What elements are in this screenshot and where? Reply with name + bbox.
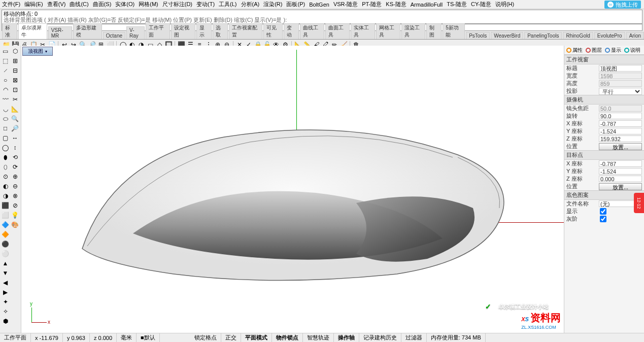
tool-icon[interactable]: □ <box>1 124 10 132</box>
tool-icon[interactable]: ⬢ <box>1 317 10 325</box>
tool-icon[interactable]: 📐 <box>11 105 19 113</box>
toolbar-tab[interactable]: PsTools <box>466 32 490 39</box>
panel-tab[interactable]: 属性 <box>566 47 583 54</box>
toolbar-tab[interactable]: 卓尔谟犀牛 <box>18 23 47 39</box>
tool-icon[interactable]: ⬛ <box>1 201 10 210</box>
toolbar-tab[interactable]: Octane <box>103 32 125 39</box>
tool-icon[interactable]: ↕ <box>11 143 19 152</box>
tool-icon[interactable]: ▢ <box>1 133 10 142</box>
status-toggle[interactable]: 记录建构历史 <box>359 333 401 342</box>
tool-icon[interactable]: 🔎 <box>11 124 19 132</box>
status-layer[interactable]: ■默认 <box>137 333 160 342</box>
viewport-title[interactable]: 顶视图 <box>22 47 53 56</box>
tool-icon[interactable]: ✂ <box>11 95 19 104</box>
tool-icon[interactable]: ▼ <box>1 268 10 277</box>
cam-x-value[interactable]: -0.787 <box>599 120 642 127</box>
tool-icon[interactable]: ⊕ <box>11 172 19 181</box>
tool-icon[interactable]: ✦ <box>1 297 10 306</box>
tool-icon[interactable]: ⊞ <box>11 56 19 65</box>
tool-icon[interactable]: ⊙ <box>1 172 10 181</box>
menu-item[interactable]: 分析(A) <box>241 1 260 8</box>
bg-show-checkbox[interactable] <box>600 208 606 215</box>
cam-y-value[interactable]: -1.524 <box>599 128 642 134</box>
cam-rot-value[interactable]: 90.0 <box>599 113 642 119</box>
toolbar-tab[interactable]: 工作视窗配置 <box>229 23 262 39</box>
toolbar-tab[interactable]: VSR-MR <box>48 26 72 39</box>
status-toggle[interactable]: 锁定格点 <box>190 333 221 342</box>
menu-item[interactable]: PT-随意 <box>362 1 382 8</box>
tool-icon[interactable]: ⬮ <box>1 153 10 161</box>
menu-item[interactable]: 编辑(E) <box>24 1 43 8</box>
toolbar-tab[interactable]: PanelingTools <box>524 32 562 39</box>
promo-tag[interactable]: 12·12 <box>634 193 644 213</box>
toolbar-tab[interactable]: 网格工具 <box>376 23 400 39</box>
toolbar-tab[interactable]: 设定视图 <box>171 23 195 39</box>
toolbar-tab[interactable]: RhinoGold <box>563 32 593 39</box>
menu-item[interactable]: CY-随意 <box>471 1 491 8</box>
toolbar-tab[interactable]: 可见性 <box>263 23 283 39</box>
tool-icon[interactable]: ⚪ <box>1 249 10 258</box>
tool-icon[interactable]: ◐ <box>1 182 10 190</box>
menu-item[interactable]: 变动(T) <box>196 1 215 8</box>
cam-z-value[interactable]: 159.932 <box>599 135 642 142</box>
tool-icon[interactable]: 💡 <box>11 211 19 219</box>
vp-title-value[interactable]: 顶视图 <box>599 65 642 72</box>
tgt-y-value[interactable]: -1.524 <box>599 168 642 175</box>
tgt-z-value[interactable]: 0.000 <box>599 176 642 182</box>
tool-icon[interactable]: ↔ <box>11 133 19 142</box>
menu-item[interactable]: 文件(F) <box>2 1 20 8</box>
tool-icon[interactable]: ◯ <box>1 143 10 152</box>
menu-item[interactable]: 说明(H) <box>495 1 514 8</box>
tool-icon[interactable]: ◠ <box>1 85 10 94</box>
toolbar-tab[interactable]: 曲面工具 <box>325 23 350 39</box>
menu-item[interactable]: ArmadilloFull <box>411 2 443 8</box>
toolbar-tab[interactable]: 工作平面 <box>146 23 170 39</box>
tool-icon[interactable]: ⊗ <box>11 191 19 200</box>
menu-item[interactable]: BoltGen <box>309 2 329 8</box>
tool-icon[interactable]: ◡ <box>1 105 10 113</box>
tool-icon[interactable]: ⚫ <box>1 240 10 248</box>
tool-icon[interactable]: 〰 <box>1 95 10 104</box>
menu-item[interactable]: 查看(V) <box>47 1 66 8</box>
tool-icon[interactable]: 🔍 <box>11 114 19 123</box>
tool-icon[interactable]: ⬜ <box>1 211 10 219</box>
menu-item[interactable]: 尺寸标注(D) <box>162 1 192 8</box>
status-toggle[interactable]: 正交 <box>221 333 241 342</box>
status-toggle[interactable]: 过滤器 <box>401 333 427 342</box>
tool-icon[interactable]: ✧ <box>1 307 10 316</box>
tool-icon[interactable]: ▭ <box>1 47 10 55</box>
tool-icon[interactable]: ⊠ <box>11 76 19 84</box>
menu-item[interactable]: 曲面(S) <box>93 1 112 8</box>
menu-item[interactable]: 渲染(R) <box>263 1 282 8</box>
menu-item[interactable]: 工具(L) <box>219 1 236 8</box>
tool-icon[interactable]: ◀ <box>1 278 10 287</box>
menu-item[interactable]: 曲线(C) <box>70 1 88 8</box>
toolbar-tab[interactable]: WeaverBird <box>491 32 523 39</box>
status-toggle[interactable]: 平面模式 <box>241 333 272 342</box>
status-toggle[interactable]: 操作轴 <box>334 333 359 342</box>
toolbar-tab[interactable]: 5新功能 <box>443 23 465 39</box>
viewport[interactable]: 顶视图 y x ✓ 卓尔谟工业设计小站 XS 资料网 <box>21 46 564 333</box>
toolbar-tab[interactable]: V-Ray <box>126 26 145 39</box>
tool-icon[interactable]: ▶ <box>1 288 10 296</box>
menu-item[interactable]: 面板(P) <box>286 1 305 8</box>
toolbar-tab[interactable]: 多边形建模 <box>73 23 102 39</box>
tool-icon[interactable]: ⬯ <box>1 162 10 171</box>
tool-icon[interactable]: ⬚ <box>1 56 10 65</box>
menu-item[interactable]: TS-随意 <box>447 1 467 8</box>
tool-icon[interactable]: ⟋ <box>1 66 10 75</box>
bg-gray-checkbox[interactable] <box>600 216 606 222</box>
panel-tab[interactable]: 图层 <box>586 47 602 54</box>
menu-item[interactable]: 实体(O) <box>115 1 134 8</box>
tool-icon[interactable]: 🔷 <box>1 220 10 229</box>
tool-icon[interactable]: 🎨 <box>11 220 19 229</box>
toolbar-tab[interactable]: EvolutePro <box>594 32 625 39</box>
toolbar-tab[interactable]: 标准 <box>2 23 17 39</box>
toolbar-tab[interactable]: 曲线工具 <box>300 23 324 39</box>
upload-button[interactable]: 拖拽上传 <box>604 1 641 9</box>
cam-place-button[interactable]: 放置... <box>599 143 642 150</box>
tool-icon[interactable]: ⟳ <box>11 162 19 171</box>
menu-item[interactable]: VSR-随意 <box>333 1 358 8</box>
bg-file-value[interactable]: (无) <box>599 200 635 207</box>
tool-icon[interactable]: ⊡ <box>11 85 19 94</box>
